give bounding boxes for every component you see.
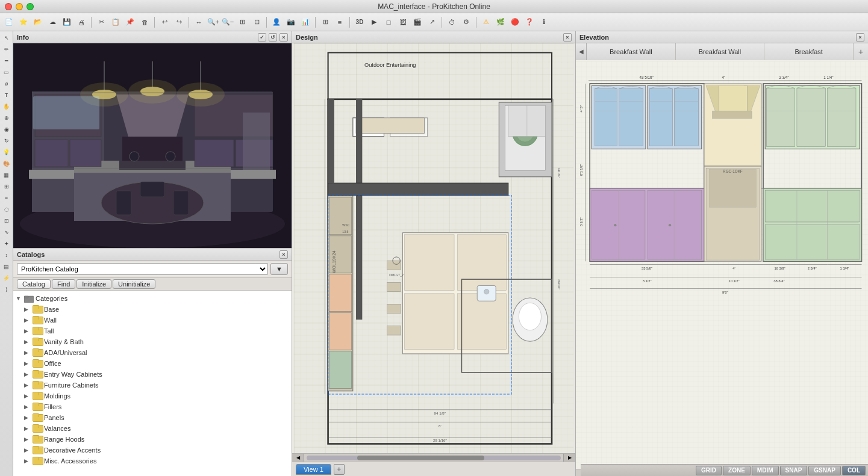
tool-view3d[interactable]: ◉ (1, 124, 12, 135)
info-close[interactable]: × (279, 33, 288, 42)
tree-item-decorative[interactable]: ▶ Decorative Accents (13, 445, 292, 456)
tool-wall[interactable]: ━ (1, 55, 12, 66)
tree-item-valances[interactable]: ▶ Valances (13, 423, 292, 434)
design-tab-view1[interactable]: View 1 (296, 464, 331, 475)
toolbar-vr[interactable]: □ (382, 16, 395, 29)
toolbar-list[interactable]: ≡ (333, 16, 346, 29)
maximize-button[interactable] (27, 3, 34, 10)
tab-find[interactable]: Find (52, 279, 75, 289)
design-tab-add[interactable]: + (334, 464, 345, 475)
tool-measure[interactable]: ⌀ (1, 78, 12, 89)
catalog-select[interactable]: ProKitchen Catalog (17, 263, 268, 275)
tree-item-ada[interactable]: ▶ ADA/Universal (13, 347, 292, 358)
tool-more6[interactable]: ∿ (1, 227, 12, 238)
tool-more4[interactable]: ◌ (1, 204, 12, 215)
toolbar-cut[interactable]: ✂ (95, 16, 108, 29)
tool-text[interactable]: T (1, 90, 12, 100)
scroll-right-btn[interactable]: ▶ (563, 454, 575, 462)
tool-more1[interactable]: ▦ (1, 170, 12, 181)
toolbar-grid[interactable]: ⊞ (319, 16, 332, 29)
tree-item-entryway[interactable]: ▶ Entry Way Cabinets (13, 369, 292, 380)
tool-more10[interactable]: ⚡ (1, 273, 12, 283)
scroll-left-btn[interactable]: ◀ (292, 454, 304, 462)
toolbar-save[interactable]: 💾 (60, 16, 73, 29)
tree-item-panels[interactable]: ▶ Panels (13, 412, 292, 423)
close-button[interactable] (5, 3, 12, 10)
catalog-dropdown-btn[interactable]: ▼ (270, 263, 288, 275)
toolbar-warning[interactable]: ⚠ (479, 16, 493, 29)
elevation-tab-add[interactable]: + (854, 43, 868, 60)
toolbar-help[interactable]: ❓ (523, 16, 536, 29)
info-refresh[interactable]: ↺ (269, 33, 277, 42)
toolbar-save-cloud[interactable]: ☁ (46, 16, 59, 29)
toolbar-copy[interactable]: 📋 (109, 16, 122, 29)
toolbar-info[interactable]: ℹ (537, 16, 551, 29)
status-snap[interactable]: SNAP (780, 466, 808, 475)
elevation-canvas[interactable]: 43 5/16" 4' 2 3/4" 1 1/4" (576, 60, 868, 469)
tab-catalog[interactable]: Catalog (17, 279, 51, 289)
toolbar-photo[interactable]: 🖼 (396, 16, 410, 29)
tree-item-tall[interactable]: ▶ Tall (13, 326, 292, 336)
toolbar-redo[interactable]: ↪ (172, 16, 186, 29)
scrollbar-thumb-h[interactable] (357, 456, 484, 460)
tree-item-base[interactable]: ▶ Base (13, 304, 292, 315)
tree-item-hoods[interactable]: ▶ Range Hoods (13, 434, 292, 445)
status-zone[interactable]: ZONE (723, 466, 751, 475)
tree-root[interactable]: ▼ Categories (13, 293, 292, 304)
minimize-button[interactable] (16, 3, 23, 10)
tool-pan[interactable]: ✋ (1, 101, 12, 112)
toolbar-star[interactable]: ⭐ (17, 16, 30, 29)
design-scrollbar-h[interactable]: ◀ ▶ (292, 453, 575, 462)
tree-item-misc[interactable]: ▶ Misc. Accessories (13, 456, 292, 466)
tree-item-wall[interactable]: ▶ Wall (13, 315, 292, 326)
tree-item-fillers[interactable]: ▶ Fillers (13, 401, 292, 412)
tool-more2[interactable]: ⊞ (1, 181, 12, 192)
toolbar-timer[interactable]: ⏱ (445, 16, 458, 29)
tool-more11[interactable]: ⟩ (1, 284, 12, 295)
toolbar-paste[interactable]: 📌 (123, 16, 137, 29)
toolbar-3d[interactable]: 3D (353, 16, 366, 29)
tree-item-vanity[interactable]: ▶ Vanity & Bath (13, 336, 292, 347)
status-grid[interactable]: GRID (696, 466, 722, 475)
toolbar-undo[interactable]: ↩ (158, 16, 171, 29)
toolbar-settings[interactable]: ⚙ (460, 16, 473, 29)
toolbar-render[interactable]: ▶ (367, 16, 381, 29)
elevation-close[interactable]: × (856, 33, 864, 42)
tool-color[interactable]: 🎨 (1, 158, 12, 169)
tool-draw[interactable]: ✏ (1, 44, 12, 55)
elevation-tab-3[interactable]: Breakfast (764, 43, 854, 60)
elevation-tab-1[interactable]: Breakfast Wall (587, 43, 676, 60)
tree-item-moldings[interactable]: ▶ Moldings (13, 391, 292, 401)
tool-more3[interactable]: ≡ (1, 193, 12, 203)
tool-cabinet[interactable]: ▭ (1, 67, 12, 78)
catalog-close[interactable]: × (279, 250, 288, 259)
tree-item-furniture[interactable]: ▶ Furniture Cabinets (13, 380, 292, 391)
elevation-prev[interactable]: ◀ (576, 43, 587, 60)
toolbar-report[interactable]: 📊 (299, 16, 312, 29)
design-canvas[interactable]: Outdoor Entertaining (292, 43, 575, 453)
tool-more9[interactable]: ▤ (1, 261, 12, 272)
status-col[interactable]: COL (842, 466, 866, 475)
toolbar-person[interactable]: 👤 (270, 16, 283, 29)
toolbar-zoom-in[interactable]: 🔍+ (207, 16, 220, 29)
tool-more8[interactable]: ↕ (1, 250, 12, 261)
tab-uninitialize[interactable]: Uninitialize (113, 279, 155, 289)
status-mdim[interactable]: MDIM (752, 466, 779, 475)
tool-more7[interactable]: ✦ (1, 238, 12, 249)
toolbar-delete[interactable]: 🗑 (138, 16, 151, 29)
design-close[interactable]: × (563, 33, 572, 42)
toolbar-red[interactable]: 🔴 (508, 16, 522, 29)
tool-lamp[interactable]: 💡 (1, 147, 12, 158)
info-check[interactable]: ✓ (258, 33, 266, 42)
toolbar-move[interactable]: ↔ (192, 16, 205, 29)
toolbar-zoom-actual[interactable]: ⊡ (250, 16, 263, 29)
toolbar-open[interactable]: 📂 (31, 16, 45, 29)
toolbar-print[interactable]: 🖨 (75, 16, 88, 29)
tree-item-office[interactable]: ▶ Office (13, 358, 292, 369)
tab-initialize[interactable]: Initialize (76, 279, 111, 289)
tool-select[interactable]: ↖ (1, 32, 12, 43)
toolbar-share[interactable]: ↗ (425, 16, 439, 29)
toolbar-leaf[interactable]: 🌿 (494, 16, 507, 29)
tool-more5[interactable]: ⊡ (1, 215, 12, 226)
toolbar-video[interactable]: 🎬 (411, 16, 424, 29)
